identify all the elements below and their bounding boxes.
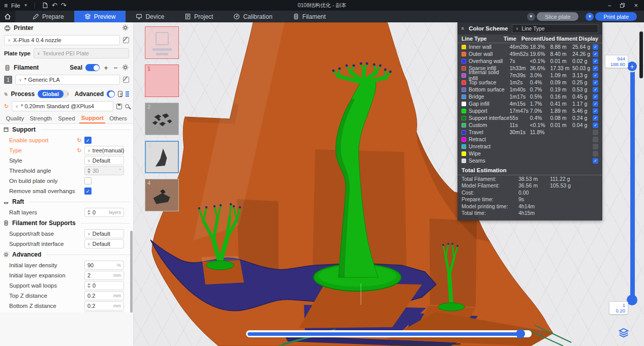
display-checkbox[interactable]: ✓ [593, 44, 598, 50]
view-mode-dropdown[interactable]: ∨Line Type [512, 24, 598, 33]
step-slider-track[interactable]: 7 [246, 330, 532, 337]
display-checkbox[interactable]: ✓ [593, 144, 598, 149]
process-tab-speed[interactable]: Speed [54, 113, 80, 123]
search-icon[interactable] [125, 104, 129, 108]
line-type-panel: « Color Scheme ∨Line Type Line Type Time… [457, 22, 602, 221]
param-dropdown[interactable]: ∨tree(manual) [84, 146, 124, 155]
printer-preset-dropdown[interactable]: ∨X-Plus 4 0.4 nozzle [4, 35, 120, 45]
nav-tab-calibration[interactable]: Calibration [223, 11, 282, 22]
color-chip [462, 137, 466, 142]
remove-filament-button[interactable]: − [112, 64, 119, 72]
display-checkbox[interactable]: ✓ [593, 66, 598, 71]
param-input[interactable]: 90% [84, 261, 124, 270]
display-checkbox[interactable]: ✓ [593, 80, 598, 85]
filament-icon [4, 65, 11, 71]
sidebar-scrollbar[interactable] [130, 231, 133, 312]
new-project-icon[interactable] [42, 2, 48, 9]
layer-slider-track[interactable] [630, 66, 635, 301]
display-checkbox[interactable]: ✓ [593, 151, 598, 156]
plate-type-dropdown[interactable]: ∨Textured PEI Plate [34, 48, 129, 58]
print-plate-button[interactable]: Print plate [595, 12, 637, 21]
advanced-toggle[interactable] [107, 90, 115, 98]
reset-param-icon[interactable]: ↻ [76, 138, 82, 143]
param-dropdown[interactable]: ∨Default [84, 311, 124, 312]
edit-filament-icon[interactable] [123, 77, 129, 83]
step-slider-handle[interactable] [516, 329, 525, 338]
display-checkbox[interactable]: ✓ [593, 73, 598, 78]
param-spinner[interactable]: 0 [84, 281, 124, 290]
seal-toggle[interactable] [85, 64, 100, 71]
param-checkbox[interactable]: ✓ [84, 137, 91, 144]
add-filament-button[interactable]: + [103, 64, 109, 72]
param-dropdown[interactable]: ∨Default [84, 239, 124, 248]
param-input[interactable]: 2mm [84, 271, 124, 280]
param-dropdown[interactable]: ∨Default [84, 229, 124, 238]
display-checkbox[interactable]: ✓ [593, 94, 598, 100]
nav-tab-prepare[interactable]: Prepare [22, 11, 74, 22]
panel-scrollbar[interactable] [639, 32, 643, 78]
param-list-icon[interactable] [118, 91, 122, 97]
param-row: Initial layer density90% [0, 260, 133, 270]
process-tab-others[interactable]: Others [105, 113, 131, 123]
param-tuning-icon[interactable] [126, 91, 129, 97]
display-checkbox[interactable]: ✓ [593, 101, 598, 107]
file-menu[interactable]: File [11, 3, 20, 9]
process-scope-switch[interactable]: Global Objects [38, 90, 69, 98]
display-checkbox[interactable]: ✓ [593, 58, 598, 64]
scope-global[interactable]: Global [38, 90, 64, 98]
process-tab-quality[interactable]: Quality [2, 113, 28, 123]
display-checkbox[interactable]: ✓ [593, 122, 598, 128]
param-label: Support/raft base [9, 231, 76, 237]
display-checkbox[interactable]: ✓ [593, 87, 598, 92]
nav-tab-preview[interactable]: Preview [74, 11, 126, 22]
color-chip [462, 59, 466, 64]
home-button[interactable] [0, 11, 15, 22]
filament-preset-dropdown[interactable]: ∨* Generic PLA [15, 75, 120, 85]
process-preset-dropdown[interactable]: ∨* 0.20mm Standard @XPlus4 [12, 101, 113, 111]
param-spinner[interactable]: 0layers [84, 208, 124, 217]
redo-icon[interactable]: ↷ [61, 2, 67, 9]
print-dropdown-button[interactable]: ▼ [586, 13, 594, 21]
layers-view-icon[interactable] [617, 327, 630, 338]
thumbnail-all-plates[interactable] [145, 26, 179, 59]
display-checkbox[interactable]: ✓ [593, 158, 598, 164]
reset-process-icon[interactable]: ↻ [4, 104, 9, 109]
undo-icon[interactable]: ↶ [52, 2, 57, 9]
thumbnail-plate-3-selected[interactable]: 3 [145, 141, 179, 173]
edit-printer-icon[interactable] [123, 37, 129, 43]
nav-tab-project[interactable]: Project [174, 11, 223, 22]
slice-plate-button[interactable]: Slice plate [537, 12, 579, 21]
slice-dropdown-button[interactable]: ▼ [527, 13, 535, 21]
param-input[interactable]: 0.2mm [84, 291, 124, 300]
thumbnail-plate-1[interactable]: 1 [145, 65, 179, 97]
thumbnail-plate-2[interactable]: 2 [145, 103, 179, 135]
display-checkbox[interactable]: ✓ [593, 137, 598, 142]
process-tab-support[interactable]: Support [79, 113, 105, 123]
chevron-down-icon[interactable]: ▼ [24, 3, 28, 8]
printer-settings-gear-icon[interactable] [122, 24, 129, 32]
minimize-button[interactable]: − [607, 2, 611, 9]
color-chip [462, 116, 466, 120]
reset-param-icon[interactable]: ↻ [76, 148, 82, 153]
param-checkbox[interactable]: ✓ [84, 177, 91, 184]
thumbnail-plate-4[interactable]: 4 [145, 179, 179, 211]
display-checkbox[interactable]: ✓ [593, 51, 598, 57]
param-input[interactable]: 0.2mm [84, 301, 124, 310]
collapse-panel-icon[interactable]: « [460, 27, 466, 30]
close-button[interactable]: × [634, 2, 638, 9]
param-dropdown[interactable]: ∨Default [84, 156, 124, 165]
param-spinner[interactable]: 30° [84, 166, 124, 175]
process-icon [4, 91, 8, 98]
nav-tab-filament[interactable]: Filament [283, 11, 336, 22]
restore-button[interactable] [620, 3, 625, 8]
layer-slider-bottom-handle[interactable] [627, 295, 637, 305]
display-checkbox[interactable]: ✓ [593, 115, 598, 121]
process-tab-strength[interactable]: Strength [28, 113, 54, 123]
filament-settings-gear-icon[interactable] [122, 64, 129, 71]
param-checkbox[interactable]: ✓ [84, 187, 91, 195]
display-checkbox[interactable]: ✓ [593, 130, 598, 135]
display-checkbox[interactable]: ✓ [593, 108, 598, 114]
scope-objects[interactable]: Objects [64, 90, 69, 98]
nav-tab-device[interactable]: Device [126, 11, 174, 22]
save-preset-icon[interactable] [116, 104, 122, 109]
